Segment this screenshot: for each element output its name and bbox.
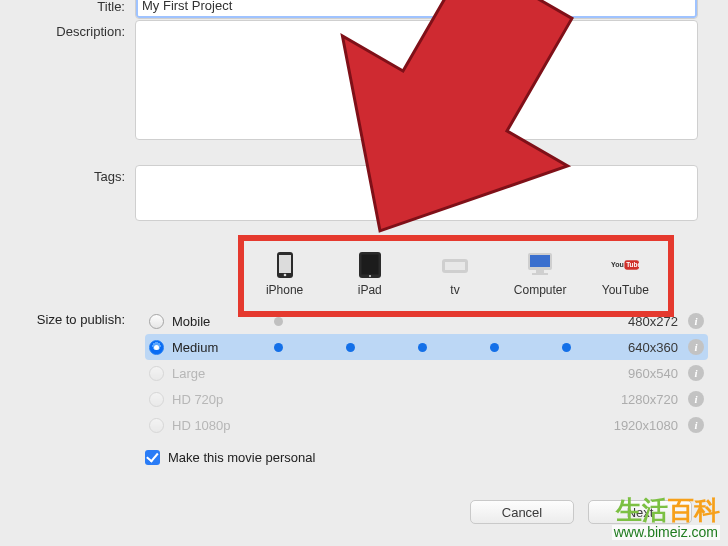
info-icon[interactable]: i [688,365,704,381]
size-option-medium[interactable]: Medium 640x360 i [145,334,708,360]
size-option-hd1080: HD 1080p 1920x1080 i [145,412,708,438]
svg-rect-10 [536,270,544,273]
compat-dot [346,343,355,352]
title-input[interactable]: My First Project [135,0,698,19]
make-personal-checkbox[interactable] [145,450,160,465]
svg-text:Tube: Tube [627,261,640,268]
device-label-youtube: YouTube [602,283,649,297]
compat-dot [562,343,571,352]
size-option-large: Large 960x540 i [145,360,708,386]
size-option-hd720: HD 720p 1280x720 i [145,386,708,412]
size-to-publish-label: Size to publish: [0,312,135,327]
compat-dot [418,343,427,352]
radio-large [149,366,164,381]
description-label: Description: [0,20,135,39]
svg-rect-11 [532,273,548,275]
compat-dot [490,343,499,352]
device-label-computer: Computer [514,283,567,297]
watermark-text-a: 生活 [616,495,668,525]
cancel-button[interactable]: Cancel [470,500,574,524]
svg-point-2 [283,274,286,277]
option-dimensions: 480x272 [602,314,682,329]
info-icon[interactable]: i [688,417,704,433]
option-dimensions: 1280x720 [602,392,682,407]
option-label: HD 1080p [172,418,242,433]
info-icon[interactable]: i [688,391,704,407]
svg-rect-9 [530,255,550,267]
computer-icon [526,251,554,279]
info-icon[interactable]: i [688,339,704,355]
watermark-text-b: 百科 [668,495,720,525]
ipad-icon [356,251,384,279]
device-label-ipad: iPad [358,283,382,297]
option-label: Medium [172,340,242,355]
svg-rect-7 [445,262,465,270]
make-personal-row[interactable]: Make this movie personal [145,450,315,465]
make-personal-label: Make this movie personal [168,450,315,465]
svg-point-5 [369,275,371,277]
compat-dot [274,317,283,326]
device-label-iphone: iPhone [266,283,303,297]
option-dimensions: 960x540 [602,366,682,381]
info-icon[interactable]: i [688,313,704,329]
radio-hd1080 [149,418,164,433]
radio-medium[interactable] [149,340,164,355]
option-dimensions: 1920x1080 [602,418,682,433]
option-label: HD 720p [172,392,242,407]
watermark-url: www.bimeiz.com [612,525,720,540]
option-dimensions: 640x360 [602,340,682,355]
tags-input[interactable] [135,165,698,221]
svg-text:You: You [611,261,624,268]
appletv-icon [441,251,469,279]
option-label: Large [172,366,242,381]
svg-rect-4 [361,255,378,275]
size-option-mobile[interactable]: Mobile 480x272 i [145,308,708,334]
device-label-appletv: tv [450,283,459,297]
title-label: Title: [0,0,135,14]
description-input[interactable] [135,20,698,140]
radio-hd720 [149,392,164,407]
svg-rect-1 [279,255,291,273]
watermark: 生活百科 www.bimeiz.com [612,496,720,540]
tags-label: Tags: [0,165,135,184]
youtube-icon: YouTube [611,251,639,279]
device-columns: iPhone iPad tv Computer YouTube YouTube [240,245,670,301]
option-label: Mobile [172,314,242,329]
iphone-icon [271,251,299,279]
radio-mobile[interactable] [149,314,164,329]
compat-dot [274,343,283,352]
